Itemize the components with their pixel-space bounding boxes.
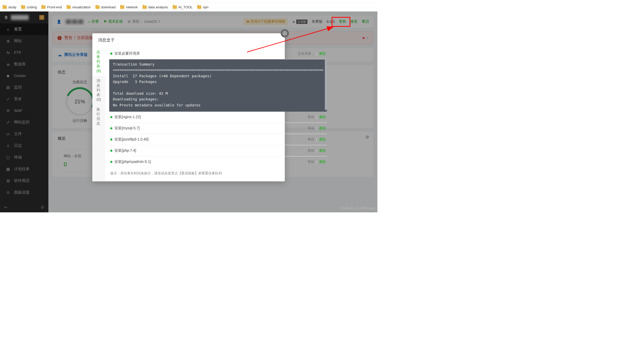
delete-button[interactable]: 删除 <box>319 160 326 164</box>
scrollbar[interactable] <box>325 59 327 110</box>
task-row: 安装[php-7.4]等待|删除 <box>109 145 327 156</box>
task-row: 安装必要环境库 正在安装 .. | 删除 <box>109 48 327 59</box>
delete-button[interactable]: 删除 <box>319 148 326 153</box>
modal-tabs: 任务列表 (6) 消息列表 (0) 执行日志 <box>92 47 105 181</box>
bookmark-item[interactable]: vpn <box>197 5 208 9</box>
task-name: 安装[php-7.4] <box>114 148 136 153</box>
bookmark-item[interactable]: download <box>95 5 116 9</box>
task-name: 安装[mysql-5.7] <box>114 126 139 131</box>
bookmark-item[interactable]: study <box>3 5 16 9</box>
status-dot-icon <box>110 150 112 152</box>
folder-icon <box>120 5 124 9</box>
bookmarks-bar: study coding Front-end visualization dow… <box>0 3 377 11</box>
tab-logs[interactable]: 执行日志 <box>92 104 105 129</box>
task-row: 安装[mysql-5.7]等待|删除 <box>109 123 327 134</box>
task-status: 等待 <box>307 148 314 153</box>
tab-messages[interactable]: 消息列表 (0) <box>92 76 105 104</box>
task-status: 正在安装 .. <box>298 51 314 56</box>
task-row: 安装[pureftpd-1.0.49]等待|删除 <box>109 134 327 145</box>
task-status: 等待 <box>307 160 314 164</box>
task-name: 安装[pureftpd-1.0.49] <box>114 137 149 142</box>
bookmark-item[interactable]: AI_TOOL <box>173 5 193 9</box>
folder-icon <box>21 5 25 9</box>
delete-button[interactable]: 删除 <box>319 126 326 131</box>
folder-icon <box>67 5 71 9</box>
folder-icon <box>95 5 100 9</box>
bookmark-item[interactable]: data analysis <box>143 5 168 9</box>
delete-button[interactable]: 删除 <box>319 115 326 119</box>
delete-button[interactable]: 删除 <box>319 51 326 56</box>
close-button[interactable] <box>281 29 289 37</box>
modal-title: 消息盒子 <box>92 33 285 47</box>
task-name: 安装[phpmyadmin-5.1] <box>114 160 151 164</box>
task-status: 等待 <box>307 137 314 142</box>
status-dot-icon <box>110 127 112 129</box>
bookmark-item[interactable]: coding <box>21 5 37 9</box>
bookmark-item[interactable]: visualization <box>67 5 91 9</box>
folder-icon <box>41 5 46 9</box>
watermark: CSDN @小孔不爱coding <box>340 206 375 211</box>
status-dot-icon <box>110 138 112 141</box>
folder-icon <box>173 5 177 9</box>
modal-tip: 提示：若任务长时间未执行，请尝试在首页点【重启面板】来重置任务队列 <box>109 167 327 177</box>
status-dot-icon <box>110 161 112 163</box>
task-status: 等待 <box>307 126 314 131</box>
modal-content: 安装必要环境库 正在安装 .. | 删除 Transaction Summary… <box>105 47 331 181</box>
status-dot-icon <box>110 116 112 118</box>
folder-icon <box>197 5 201 9</box>
folder-icon <box>3 5 7 9</box>
delete-button[interactable]: 删除 <box>319 137 326 142</box>
tab-tasks[interactable]: 任务列表 (6) <box>92 47 105 76</box>
task-name: 安装[nginx-1.22] <box>114 115 141 119</box>
task-name: 安装必要环境库 <box>114 51 140 56</box>
task-row: 安装[phpmyadmin-5.1]等待|删除 <box>109 156 327 167</box>
bookmark-item[interactable]: Front-end <box>41 5 62 9</box>
folder-icon <box>143 5 147 9</box>
message-modal: 消息盒子 任务列表 (6) 消息列表 (0) 执行日志 安装必要环境库 正在安装… <box>92 33 285 181</box>
task-status: 等待 <box>307 115 314 119</box>
terminal-output: Transaction Summary ====================… <box>109 59 327 112</box>
task-row: 安装[nginx-1.22]等待|删除 <box>109 112 327 123</box>
bookmark-item[interactable]: network <box>120 5 138 9</box>
status-dot-icon <box>110 53 112 55</box>
